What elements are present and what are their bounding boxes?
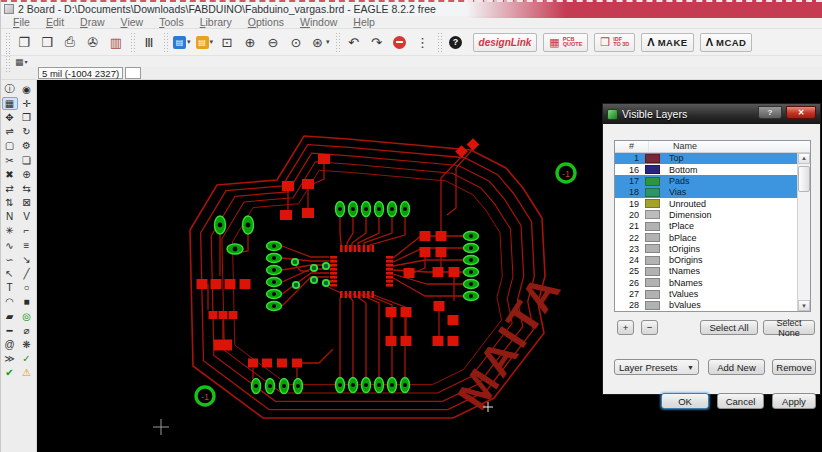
dialog-close-button[interactable]: ✕ (786, 106, 816, 119)
menu-library[interactable]: Library (192, 16, 240, 28)
run-ulp-icon[interactable]: ▤▾ (194, 32, 216, 53)
print-icon[interactable]: ⎙ (59, 32, 81, 53)
layer-color-swatch[interactable] (645, 233, 660, 242)
remove-layer-button[interactable]: − (641, 320, 658, 335)
tool-replace-icon[interactable]: ⇆ (19, 182, 35, 195)
remove-button[interactable]: Remove (772, 359, 816, 375)
tool-pinswap-icon[interactable]: ⇄ (2, 182, 18, 195)
grid-button[interactable]: ▦ ▾ (12, 57, 31, 67)
tool-value-icon[interactable]: V (19, 210, 35, 223)
layer-color-swatch[interactable] (645, 301, 660, 310)
layer-color-swatch[interactable] (645, 210, 660, 219)
tool-erc-icon[interactable]: ✓ (19, 352, 35, 365)
menu-window[interactable]: Window (292, 16, 345, 28)
zoom-redraw-icon[interactable]: ⊛▾ (308, 32, 332, 53)
tool-move-icon[interactable]: ✥ (2, 111, 18, 124)
command-input[interactable] (125, 67, 141, 79)
menu-view[interactable]: View (113, 16, 152, 28)
layer-row-unrouted[interactable]: 19Unrouted (615, 198, 797, 209)
layer-color-swatch[interactable] (645, 256, 660, 265)
zoom-out-icon[interactable]: ⊖ (262, 32, 284, 53)
zoom-select-icon[interactable]: ⊙ (285, 32, 307, 53)
layer-color-swatch[interactable] (645, 199, 660, 208)
tool-name-icon[interactable]: N (2, 210, 18, 223)
tool-hole-icon[interactable]: ⌀ (19, 324, 35, 337)
layer-color-swatch[interactable] (645, 165, 660, 174)
tool-split-icon[interactable]: ∿ (2, 239, 18, 252)
layer-row-bvalues[interactable]: 28bValues (615, 300, 797, 311)
tool-miter-icon[interactable]: ⌐ (19, 224, 35, 237)
tool-polygon-icon[interactable]: ▰ (2, 310, 18, 323)
layer-color-swatch[interactable] (645, 188, 660, 197)
tool-mark-icon[interactable]: ✛ (19, 97, 35, 110)
layer-row-tnames[interactable]: 25tNames (615, 266, 797, 277)
menu-tools[interactable]: Tools (151, 16, 192, 28)
select-none-button[interactable]: Select None (763, 320, 815, 335)
undo-icon[interactable]: ↶ (343, 32, 365, 53)
tool-paste-icon[interactable]: ❏ (19, 154, 35, 167)
tool-mirror-icon[interactable]: ⇌ (2, 125, 18, 138)
layer-color-swatch[interactable] (645, 222, 660, 231)
zoom-in-icon[interactable]: ⊕ (239, 32, 261, 53)
layer-color-swatch[interactable] (645, 290, 660, 299)
tool-change-icon[interactable]: ⚙ (19, 139, 35, 152)
tool-circle-icon[interactable]: ○ (19, 281, 35, 294)
redo-icon[interactable]: ↷ (366, 32, 388, 53)
layer-list-scrollbar[interactable]: ▲ ▼ (797, 153, 810, 311)
tool-smash-icon[interactable]: ✳ (2, 224, 18, 237)
layer-color-swatch[interactable] (645, 267, 660, 276)
ok-button[interactable]: OK (661, 393, 709, 409)
tool-add-part-icon[interactable]: ⊕ (19, 168, 35, 181)
add-layer-button[interactable]: + (617, 320, 634, 335)
layer-row-vias[interactable]: 18Vias (615, 187, 797, 198)
tool-wire-icon[interactable]: ╱ (19, 267, 35, 280)
tool-autorouter-icon[interactable]: ≫ (2, 352, 18, 365)
tool-lock-icon[interactable]: ⊠ (19, 196, 35, 209)
toolbar-gripper[interactable] (335, 32, 340, 52)
toolbar-gripper[interactable] (5, 32, 10, 52)
layer-row-bnames[interactable]: 26bNames (615, 277, 797, 288)
zoom-fit-icon[interactable]: ⊡ (216, 32, 238, 53)
tool-meander-icon[interactable]: ∽ (2, 253, 18, 266)
cam-processor-icon[interactable]: ✇ (82, 32, 104, 53)
layer-row-tplace[interactable]: 21tPlace (615, 221, 797, 232)
tool-gateswap-icon[interactable]: ⇅ (2, 196, 18, 209)
layer-row-tvalues[interactable]: 27tValues (615, 288, 797, 299)
tool-text-icon[interactable]: T (2, 281, 18, 294)
layer-row-bplace[interactable]: 22bPlace (615, 232, 797, 243)
layer-color-swatch[interactable] (645, 244, 660, 253)
layer-color-swatch[interactable] (645, 278, 660, 287)
more-options-icon[interactable]: ⋮ (412, 32, 434, 53)
design-link-button[interactable]: designLink (473, 33, 538, 52)
tool-group-icon[interactable]: ▢ (2, 139, 18, 152)
toolbar-gripper[interactable] (437, 32, 442, 52)
tool-rotate-icon[interactable]: ↻ (19, 125, 35, 138)
autodesk-mcad-button[interactable]: ΛMCAD (700, 33, 753, 52)
tool-ratsnest-icon[interactable]: ❋ (19, 338, 35, 351)
layer-row-bottom[interactable]: 16Bottom (615, 164, 797, 175)
layer-presets-dropdown[interactable]: Layer Presets ▼ (614, 359, 699, 375)
open-icon[interactable]: ❐ (13, 32, 35, 53)
layer-row-top[interactable]: 1Top (615, 153, 797, 164)
layer-row-borigins[interactable]: 24bOrigins (615, 255, 797, 266)
tool-via-icon[interactable]: ◎ (19, 310, 35, 323)
toolbar-gripper[interactable] (5, 52, 10, 72)
tool-arc-icon[interactable]: ◠ (2, 295, 18, 308)
toolbar-gripper[interactable] (163, 32, 168, 52)
library-icon[interactable]: Ⅲ (138, 32, 160, 53)
dialog-titlebar[interactable]: Visible Layers ? ✕ (603, 104, 820, 124)
layer-row-pads[interactable]: 17Pads (615, 175, 797, 186)
menu-edit[interactable]: Edit (38, 16, 72, 28)
select-all-button[interactable]: Select All (700, 320, 758, 335)
tool-cut-icon[interactable]: ✂ (2, 154, 18, 167)
tool-drc-icon[interactable]: ✔ (2, 366, 18, 379)
menu-options[interactable]: Options (240, 16, 292, 28)
layer-row-dimension[interactable]: 20Dimension (615, 209, 797, 220)
idf-to-3d-button[interactable]: ❒IDFTO 3D (594, 33, 635, 52)
tool-rect-icon[interactable]: ■ (19, 295, 35, 308)
tool-errors-icon[interactable]: ⚠ (19, 366, 35, 379)
save-icon[interactable]: ❒ (36, 32, 58, 53)
tool-route-icon[interactable]: ↘ (19, 253, 35, 266)
tool-info-icon[interactable]: ⓘ (2, 83, 18, 96)
dialog-help-button[interactable]: ? (758, 106, 782, 119)
